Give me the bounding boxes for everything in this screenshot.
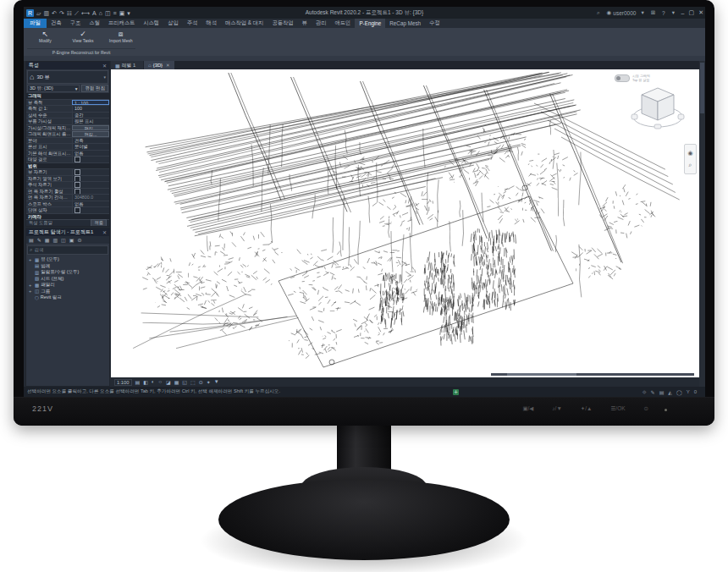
ribbon-tab[interactable]: 해석	[201, 19, 221, 28]
view-tab[interactable]: ⌂ {3D} ✕	[144, 61, 174, 69]
ribbon-tab[interactable]: ReCap Mesh	[385, 19, 425, 28]
qat-icon[interactable]: ▱	[36, 9, 41, 17]
close-icon[interactable]: ✕	[102, 229, 107, 235]
qat-icon[interactable]: ▥	[43, 9, 49, 17]
browser-toolbar-icon[interactable]: ▦	[45, 237, 50, 243]
property-value[interactable]: 분야별	[72, 144, 109, 150]
property-value[interactable]	[72, 189, 109, 195]
status-icon[interactable]: ▤	[659, 389, 665, 395]
worksets-icon[interactable]: ✛	[453, 389, 459, 395]
browser-toolbar-icon[interactable]: ▣	[69, 237, 74, 243]
osd-button[interactable]: ▣/◀	[522, 405, 533, 412]
tree-item[interactable]: + ▦ 뷰 (모두)	[26, 256, 109, 263]
edit-type-button[interactable]: 유형 편집	[81, 85, 108, 92]
viewport-toggle[interactable]: 시점 그래픽 Top 뷰 설정	[615, 74, 650, 82]
file-menu-button[interactable]: 파일	[24, 19, 47, 28]
view-control-icon[interactable]: ◐	[152, 379, 155, 385]
ribbon-tab[interactable]: 시스템	[139, 19, 163, 28]
qat-icon[interactable]: ☷	[67, 9, 72, 17]
view-control-icon[interactable]: ◧	[143, 379, 148, 385]
close-icon[interactable]: ✕	[102, 63, 107, 69]
qat-icon[interactable]: ⟷	[81, 9, 90, 17]
properties-help[interactable]: 특성 도움말	[29, 220, 52, 226]
type-selector[interactable]: ⌂ 3D 뷰 ▾	[27, 70, 108, 84]
tree-item[interactable]: ▧ 시트 (전체)	[26, 276, 109, 283]
browser-toolbar-icon[interactable]: ✎	[37, 237, 41, 243]
ribbon-tab[interactable]: 애드인	[331, 19, 356, 28]
property-value[interactable]: 304800.0	[72, 195, 109, 201]
status-icon[interactable]: ◯	[676, 389, 682, 395]
ribbon-tab[interactable]: 뷰	[298, 19, 312, 28]
property-value[interactable]: 중간	[72, 113, 109, 118]
property-value[interactable]: 1 : 100	[72, 100, 109, 106]
tree-item[interactable]: ▥ 일람표/수량 (모두)	[26, 269, 109, 276]
viewcube[interactable]	[630, 83, 686, 134]
status-icon[interactable]: 0	[694, 389, 697, 395]
browser-toolbar-icon[interactable]: ⊜	[77, 237, 81, 243]
ribbon-button[interactable]: ⧈ Import Mesh	[106, 29, 135, 44]
ribbon-tab[interactable]: P-Engine	[355, 19, 385, 28]
status-icon[interactable]: Y	[687, 389, 690, 395]
view-control-icon[interactable]: ☼	[157, 379, 163, 385]
qat-icon[interactable]: ⟋	[74, 9, 79, 17]
viewport[interactable]: 시점 그래픽 Top 뷰 설정 ◉	[111, 69, 699, 377]
property-value[interactable]: 편집...	[72, 131, 109, 137]
status-icon[interactable]: ✎	[651, 389, 655, 395]
property-value[interactable]: 건축	[72, 138, 109, 144]
osd-button[interactable]: ♪/▼	[552, 405, 562, 412]
horizontal-scrollbar[interactable]	[491, 373, 694, 376]
ribbon-tab[interactable]: 주석	[183, 19, 202, 28]
titlebar-icon[interactable]: ▾	[672, 9, 676, 16]
ribbon-tab[interactable]: 공동작업	[267, 19, 297, 28]
titlebar-icon[interactable]: ?	[662, 10, 667, 16]
property-value[interactable]	[72, 176, 109, 182]
qat-icon[interactable]: ▣	[119, 9, 125, 17]
property-value[interactable]: 없음	[72, 151, 109, 157]
browser-toolbar-icon[interactable]: ◫	[61, 237, 66, 243]
ribbon-tab[interactable]: 매스작업 & 대지	[221, 19, 267, 28]
property-value[interactable]: 없음	[72, 201, 109, 207]
qat-icon[interactable]: ▾	[127, 9, 130, 17]
browser-search[interactable]: ⌕ 검색	[27, 245, 108, 255]
tree-item[interactable]: ⬡ Revit 링크	[26, 294, 109, 301]
window-control-button[interactable]: ▢	[689, 9, 695, 16]
ribbon-tab[interactable]: 관리	[312, 19, 331, 28]
view-control-icon[interactable]: ⊙	[199, 379, 203, 385]
property-value[interactable]	[72, 182, 109, 188]
titlebar-icon[interactable]: ◉user0000	[607, 9, 637, 16]
property-value[interactable]: 없음	[72, 227, 109, 228]
qat-icon[interactable]: ⌂	[99, 9, 102, 17]
steering-wheel-icon[interactable]: ◉	[687, 150, 692, 157]
property-value[interactable]	[72, 207, 109, 213]
browser-toolbar-icon[interactable]: ▤	[29, 237, 34, 243]
view-tab[interactable]: ▦ 레벨 1	[111, 61, 143, 69]
tree-item[interactable]: + ◫ 그룹	[26, 289, 109, 295]
toggle-switch-icon[interactable]	[615, 74, 630, 82]
ribbon-tab[interactable]: 삽입	[163, 19, 183, 28]
ribbon-button[interactable]: ↖ Modify	[30, 29, 60, 44]
qat-icon[interactable]: ↶	[52, 9, 57, 17]
property-value[interactable]: 원본 표시	[72, 118, 109, 124]
view-control-icon[interactable]: ▦	[174, 379, 179, 385]
osd-button[interactable]: ✦/▲	[581, 405, 593, 412]
view-control-icon[interactable]: ◱	[182, 379, 187, 385]
zoom-icon[interactable]: ⌕	[689, 162, 692, 168]
status-icon[interactable]: ◭	[668, 389, 672, 395]
close-icon[interactable]: ✕	[166, 63, 170, 68]
scale-button[interactable]: 1:100	[114, 379, 132, 386]
qat-icon[interactable]: ≡	[113, 9, 117, 17]
osd-button[interactable]: ☰/OK	[611, 405, 626, 412]
navigation-bar[interactable]: ◉ ⌕	[684, 144, 697, 174]
ribbon-tab[interactable]: 구조	[66, 19, 85, 28]
tree-item[interactable]: + ▩ 패밀리	[26, 282, 109, 289]
view-control-icon[interactable]: ◪	[166, 379, 171, 385]
view-control-icon[interactable]: ▼	[214, 379, 219, 385]
qat-icon[interactable]: A	[92, 9, 97, 17]
property-value[interactable]: 편집...	[72, 125, 109, 131]
browser-toolbar-icon[interactable]: ▥	[52, 237, 58, 243]
view-control-icon[interactable]: ✦	[207, 379, 211, 385]
window-control-button[interactable]: –	[681, 10, 685, 16]
qat-icon[interactable]: ↷	[59, 9, 64, 17]
ribbon-tab[interactable]: 수정	[425, 19, 444, 28]
ribbon-tab[interactable]: 프리캐스트	[104, 19, 139, 28]
